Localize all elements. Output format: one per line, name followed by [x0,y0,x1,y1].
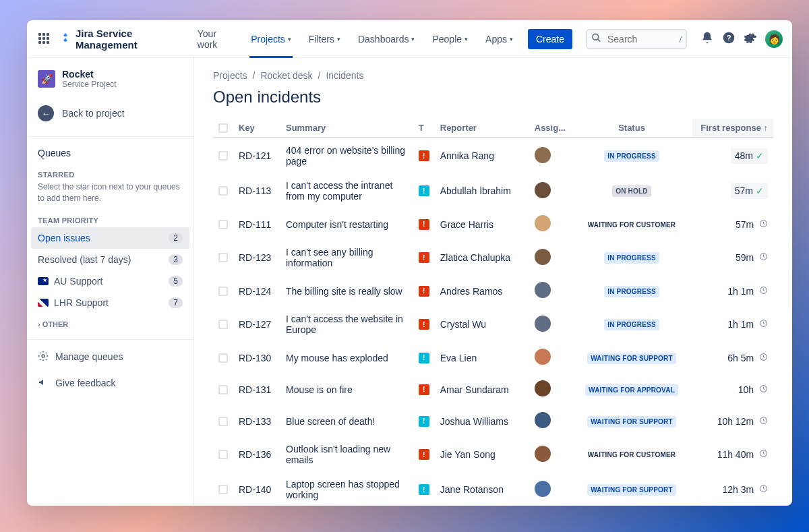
row-checkbox[interactable] [218,485,228,494]
nav-filters[interactable]: Filters ▾ [302,30,347,49]
row-checkbox[interactable] [218,186,228,196]
give-feedback[interactable]: Give feedback [27,370,193,396]
nav-apps[interactable]: Apps ▾ [479,30,520,49]
settings-icon[interactable] [744,31,757,47]
breadcrumb-item[interactable]: Projects [213,70,247,81]
first-response-time: 57m ✓ [692,173,773,208]
issue-key[interactable]: RD-121 [233,138,280,173]
row-checkbox[interactable] [218,287,228,296]
table-row: RD-131Mouse is on fire!Amar SundaramWAIT… [213,374,773,405]
issue-key[interactable]: RD-127 [233,307,280,342]
assignee-avatar[interactable] [535,412,551,428]
assignee-avatar[interactable] [535,349,551,365]
issue-summary-link[interactable]: 404 error on website's billing page [280,138,413,173]
queue-item[interactable]: Resolved (last 7 days)3 [27,249,193,270]
row-checkbox[interactable] [218,320,228,329]
nav-people[interactable]: People ▾ [425,30,475,49]
status-badge: IN PROGRESS [604,319,659,330]
status-badge: IN PROGRESS [604,286,659,297]
incidents-table: KeySummaryTReporterAssig...StatusFirst r… [213,119,773,506]
row-checkbox[interactable] [218,220,228,229]
assignee-avatar[interactable] [535,147,551,163]
app-switcher-icon[interactable] [36,31,51,47]
app-window: Jira Service Management Your workProject… [27,20,792,506]
issue-summary-link[interactable]: I can't see any billing information [280,240,413,275]
column-header[interactable]: T [413,119,435,138]
queue-item[interactable]: LHR Support7 [27,292,193,314]
issue-summary-link[interactable]: Blue screen of death! [280,405,413,437]
other-section-toggle[interactable]: › OTHER [27,314,193,335]
help-icon[interactable]: ? [722,31,736,47]
svg-text:?: ? [726,33,731,42]
assignee-avatar[interactable] [535,215,551,231]
breadcrumb-item[interactable]: Incidents [326,70,363,81]
assignee-avatar[interactable] [535,446,551,462]
nav-your-work[interactable]: Your work [191,24,240,54]
assignee-avatar[interactable] [535,249,551,265]
column-header[interactable]: First response ↑ [692,119,773,138]
row-checkbox[interactable] [218,253,228,262]
nav-dashboards[interactable]: Dashboards ▾ [351,30,422,49]
sidebar: 🚀 Rocket Service Project ← Back to proje… [27,58,194,506]
project-header: 🚀 Rocket Service Project [27,69,193,98]
issue-summary-link[interactable]: I can't access the intranet from my comp… [280,173,413,208]
issue-key[interactable]: RD-124 [233,275,280,307]
select-all-checkbox[interactable] [218,123,228,133]
clock-icon [759,416,768,427]
column-header[interactable]: Summary [280,119,413,138]
create-button[interactable]: Create [528,29,572,49]
table-row: RD-123I can't see any billing informatio… [213,240,773,275]
column-header[interactable]: Reporter [435,119,529,138]
issue-type-icon: ! [419,185,429,196]
body: 🚀 Rocket Service Project ← Back to proje… [27,58,792,506]
issue-key[interactable]: RD-113 [233,173,280,208]
issue-summary-link[interactable]: My mouse has exploded [280,342,413,374]
column-header[interactable]: Assig... [529,119,571,138]
issue-summary-link[interactable]: Outlook isn't loading new emails [280,437,413,472]
first-response-time: 1h 1m [692,307,773,342]
logo[interactable]: Jira Service Management [59,28,179,51]
breadcrumb-item[interactable]: Rocket desk [260,70,312,81]
assignee-avatar[interactable] [535,182,551,198]
issue-key[interactable]: RD-136 [233,437,280,472]
column-header[interactable]: Key [233,119,280,138]
nav-projects[interactable]: Projects ▾ [244,30,298,49]
issue-key[interactable]: RD-133 [233,405,280,437]
status-badge: WAITING FOR CUSTOMER [585,449,679,461]
issue-summary-link[interactable]: Mouse is on fire [280,374,413,405]
assignee-avatar[interactable] [535,282,551,298]
issue-summary-link[interactable]: I can't access the website in Europe [280,307,413,342]
issue-key[interactable]: RD-123 [233,240,280,275]
assignee-avatar[interactable] [535,316,551,332]
row-checkbox[interactable] [218,385,228,394]
column-header[interactable]: Status [571,119,692,138]
issue-key[interactable]: RD-111 [233,208,280,240]
row-checkbox[interactable] [218,353,228,363]
queue-item[interactable]: AU Support5 [27,270,193,292]
first-response-time: 11h 40m [692,437,773,472]
manage-queues[interactable]: Manage queues [27,344,193,370]
row-checkbox[interactable] [218,450,228,459]
clock-icon [759,286,768,297]
sort-asc-icon: ↑ [764,123,769,133]
table-row: RD-111Computer isn't restarting!Grace Ha… [213,208,773,240]
issue-summary-link[interactable]: Laptop screen has stopped working [280,472,413,506]
issue-summary-link[interactable]: The billing site is really slow [280,275,413,307]
user-avatar[interactable]: 🧑 [765,30,783,48]
back-to-project[interactable]: ← Back to project [27,98,193,132]
notifications-icon[interactable] [700,31,714,47]
assignee-avatar[interactable] [535,380,551,396]
issue-key[interactable]: RD-130 [233,342,280,374]
row-checkbox[interactable] [218,151,228,160]
status-badge: WAITING FOR SUPPORT [587,353,676,364]
table-row: RD-124The billing site is really slow!An… [213,275,773,307]
issue-summary-link[interactable]: Computer isn't restarting [280,208,413,240]
assignee-avatar[interactable] [535,481,551,497]
status-badge: ON HOLD [612,185,651,197]
queues-section-title: Queues [27,141,193,164]
issue-key[interactable]: RD-140 [233,472,280,506]
issue-key[interactable]: RD-131 [233,374,280,405]
reporter-name: Andres Ramos [435,275,529,307]
queue-item[interactable]: Open issues2 [31,227,189,249]
row-checkbox[interactable] [218,417,228,426]
